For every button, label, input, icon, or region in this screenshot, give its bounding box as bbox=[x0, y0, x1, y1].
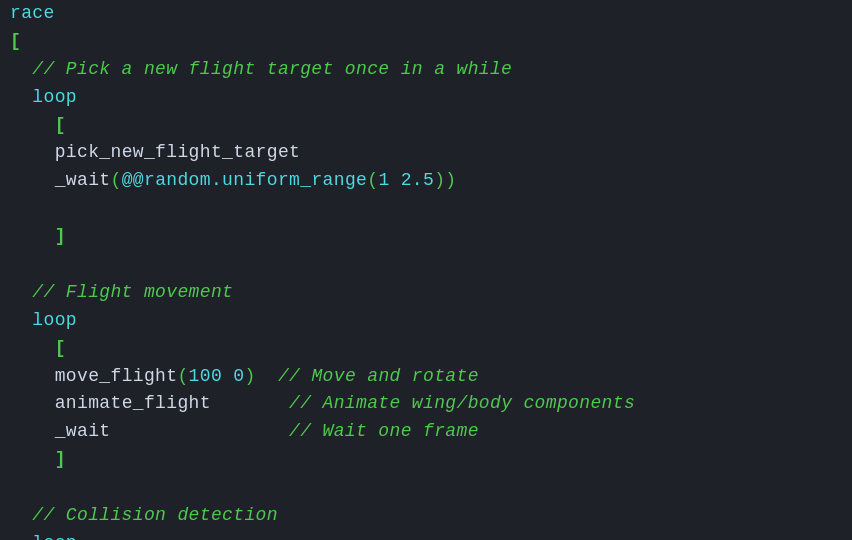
code-line: loop bbox=[10, 84, 842, 112]
code-line: // Collision detection bbox=[10, 502, 842, 530]
code-line: [ bbox=[10, 335, 842, 363]
code-line: ] bbox=[10, 446, 842, 474]
code-line bbox=[10, 474, 842, 502]
code-line: loop bbox=[10, 307, 842, 335]
code-line: _wait(@@random.uniform_range(1 2.5)) bbox=[10, 167, 842, 195]
code-line: [ bbox=[10, 112, 842, 140]
code-line: // Pick a new flight target once in a wh… bbox=[10, 56, 842, 84]
code-line: loop bbox=[10, 530, 842, 540]
code-line: pick_new_flight_target bbox=[10, 139, 842, 167]
code-editor: race [ // Pick a new flight target once … bbox=[0, 0, 852, 540]
code-line: animate_flight // Animate wing/body comp… bbox=[10, 390, 842, 418]
code-line: race bbox=[10, 0, 842, 28]
code-line: // Flight movement bbox=[10, 279, 842, 307]
code-line: move_flight(100 0) // Move and rotate bbox=[10, 363, 842, 391]
code-line: _wait // Wait one frame bbox=[10, 418, 842, 446]
code-line bbox=[10, 251, 842, 279]
code-line bbox=[10, 195, 842, 223]
code-line: [ bbox=[10, 28, 842, 56]
code-line: ] bbox=[10, 223, 842, 251]
